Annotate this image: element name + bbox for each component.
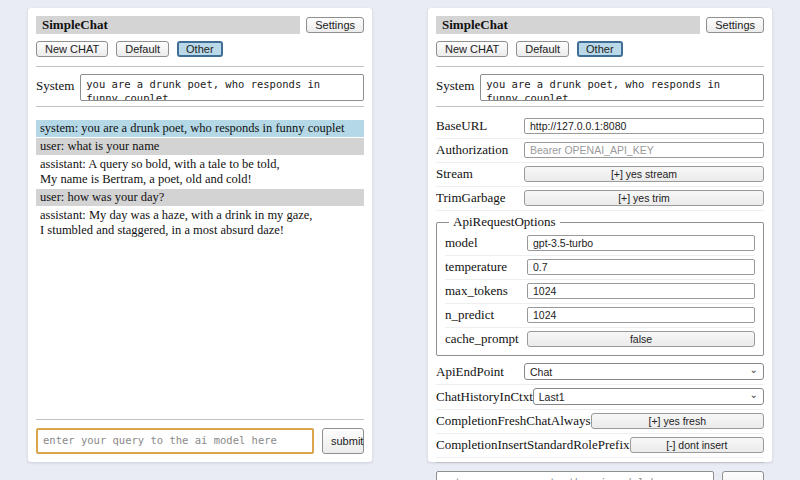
setting-row-model: model bbox=[445, 232, 755, 256]
system-prompt-row: System you are a drunk poet, who respond… bbox=[436, 74, 764, 101]
setting-label: model bbox=[445, 235, 478, 251]
setting-label: CompletionFreshChatAlways bbox=[436, 413, 591, 429]
divider bbox=[36, 419, 364, 420]
setting-row-temperature: temperature bbox=[445, 256, 755, 280]
setting-row-max-tokens: max_tokens bbox=[445, 280, 755, 304]
setting-label: Authorization bbox=[436, 142, 508, 158]
chat-message-user: user: how was your day? bbox=[36, 189, 364, 206]
setting-row-stream: Stream [+] yes stream bbox=[436, 163, 764, 187]
setting-row-baseurl: BaseURL bbox=[436, 115, 764, 139]
settings-list: BaseURL Authorization Stream [+] yes str… bbox=[436, 115, 764, 458]
select-value: Last1 bbox=[539, 391, 565, 403]
system-label: System bbox=[36, 74, 74, 101]
setting-row-authorization: Authorization bbox=[436, 139, 764, 163]
chat-panel-header: SimpleChat Settings bbox=[36, 16, 364, 34]
divider bbox=[36, 66, 364, 67]
page: SimpleChat Settings New CHAT Default Oth… bbox=[0, 0, 800, 480]
system-prompt-input[interactable]: you are a drunk poet, who responds in fu… bbox=[480, 74, 764, 101]
settings-button[interactable]: Settings bbox=[706, 17, 764, 33]
session-buttons: New CHAT Default Other bbox=[36, 41, 364, 57]
completion-fresh-toggle-button[interactable]: [+] yes fresh bbox=[591, 413, 764, 429]
settings-panel-header: SimpleChat Settings bbox=[436, 16, 764, 34]
system-prompt-input[interactable]: you are a drunk poet, who responds in fu… bbox=[80, 74, 364, 101]
app-title: SimpleChat bbox=[436, 16, 700, 34]
app-title: SimpleChat bbox=[36, 16, 300, 34]
select-value: Chat bbox=[530, 366, 552, 378]
completion-insert-prefix-toggle-button[interactable]: [-] dont insert bbox=[630, 437, 764, 453]
setting-row-apiendpoint: ApiEndPoint Chat ⌄ bbox=[436, 360, 764, 385]
n-predict-input[interactable] bbox=[527, 307, 755, 323]
setting-label: cache_prompt bbox=[445, 331, 519, 347]
model-input[interactable] bbox=[527, 235, 755, 251]
chevron-down-icon: ⌄ bbox=[750, 365, 758, 375]
query-row: submit bbox=[436, 471, 764, 480]
chat-panel: SimpleChat Settings New CHAT Default Oth… bbox=[28, 8, 372, 462]
new-chat-button[interactable]: New CHAT bbox=[36, 41, 108, 57]
system-prompt-row: System you are a drunk poet, who respond… bbox=[36, 74, 364, 101]
setting-label: BaseURL bbox=[436, 118, 487, 134]
temperature-input[interactable] bbox=[527, 259, 755, 275]
api-endpoint-select[interactable]: Chat ⌄ bbox=[524, 363, 764, 380]
setting-row-cache-prompt: cache_prompt false bbox=[445, 328, 755, 351]
query-input[interactable] bbox=[436, 471, 714, 480]
chevron-down-icon: ⌄ bbox=[750, 390, 758, 400]
divider bbox=[436, 66, 764, 67]
authorization-input[interactable] bbox=[524, 142, 764, 158]
submit-button[interactable]: submit bbox=[722, 471, 764, 480]
setting-row-completion-fresh: CompletionFreshChatAlways [+] yes fresh bbox=[436, 410, 764, 434]
session-buttons: New CHAT Default Other bbox=[436, 41, 764, 57]
cache-prompt-toggle-button[interactable]: false bbox=[527, 331, 755, 347]
setting-label: ChatHistoryInCtxt bbox=[436, 389, 533, 405]
setting-label: ApiEndPoint bbox=[436, 364, 504, 380]
setting-row-chathistory: ChatHistoryInCtxt Last1 ⌄ bbox=[436, 385, 764, 410]
session-other-button[interactable]: Other bbox=[177, 41, 223, 57]
divider bbox=[436, 462, 764, 463]
chat-message-assistant: assistant: My day was a haze, with a dri… bbox=[36, 207, 364, 239]
base-url-input[interactable] bbox=[524, 118, 764, 134]
setting-row-completion-insert-prefix: CompletionInsertStandardRolePrefix [-] d… bbox=[436, 434, 764, 458]
fieldset-legend: ApiRequestOptions bbox=[449, 214, 560, 230]
submit-button[interactable]: submit bbox=[322, 428, 364, 454]
setting-label: n_predict bbox=[445, 307, 494, 323]
chat-message-assistant: assistant: A query so bold, with a tale … bbox=[36, 156, 364, 188]
chat-message-system: system: you are a drunk poet, who respon… bbox=[36, 120, 364, 137]
session-other-button[interactable]: Other bbox=[577, 41, 623, 57]
setting-row-n-predict: n_predict bbox=[445, 304, 755, 328]
setting-label: temperature bbox=[445, 259, 507, 275]
setting-label: CompletionInsertStandardRolePrefix bbox=[436, 437, 630, 453]
session-default-button[interactable]: Default bbox=[116, 41, 169, 57]
new-chat-button[interactable]: New CHAT bbox=[436, 41, 508, 57]
api-request-options-fieldset: ApiRequestOptions model temperature max_… bbox=[436, 214, 764, 356]
setting-label: max_tokens bbox=[445, 283, 508, 299]
chat-message-user: user: what is your name bbox=[36, 138, 364, 155]
setting-label: TrimGarbage bbox=[436, 190, 506, 206]
divider bbox=[36, 106, 364, 107]
session-default-button[interactable]: Default bbox=[516, 41, 569, 57]
max-tokens-input[interactable] bbox=[527, 283, 755, 299]
query-row: submit bbox=[36, 428, 364, 454]
stream-toggle-button[interactable]: [+] yes stream bbox=[524, 166, 764, 182]
settings-panel: SimpleChat Settings New CHAT Default Oth… bbox=[428, 8, 772, 462]
system-label: System bbox=[436, 74, 474, 101]
settings-button[interactable]: Settings bbox=[306, 17, 364, 33]
spacer bbox=[36, 240, 364, 415]
chat-log: system: you are a drunk poet, who respon… bbox=[36, 120, 364, 240]
query-input[interactable] bbox=[36, 428, 314, 454]
divider bbox=[436, 106, 764, 107]
chat-history-in-ctxt-select[interactable]: Last1 ⌄ bbox=[533, 388, 764, 405]
setting-label: Stream bbox=[436, 166, 473, 182]
trim-garbage-toggle-button[interactable]: [+] yes trim bbox=[524, 190, 764, 206]
setting-row-trimgarbage: TrimGarbage [+] yes trim bbox=[436, 187, 764, 211]
